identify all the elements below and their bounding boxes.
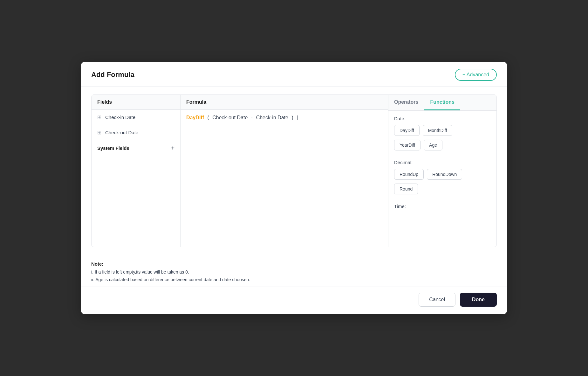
formula-field-checkout: Check-out Date (211, 115, 248, 121)
field-item-checkin[interactable]: ⊞ Check-in Date (92, 110, 180, 125)
system-fields-row[interactable]: System Fields + (92, 140, 180, 156)
fields-header: Fields (92, 95, 180, 110)
functions-scroll-area[interactable]: Date: DayDiff MonthDiff YearDiff Age Dec… (388, 111, 496, 247)
formula-field-checkin: Check-in Date (255, 115, 288, 121)
note-line-2: ii. Age is calculated based on differenc… (91, 276, 497, 284)
formula-cursor: | (297, 115, 298, 121)
formula-close-paren: ) (290, 115, 295, 121)
decimal-section-label: Decimal: (394, 160, 491, 165)
tab-functions[interactable]: Functions (424, 95, 460, 110)
formula-open-paren: ( (206, 115, 209, 121)
formula-function-name: DayDiff (186, 115, 204, 121)
date-section-label: Date: (394, 116, 491, 121)
func-btn-age[interactable]: Age (424, 140, 442, 150)
field-item-checkout[interactable]: ⊞ Check-out Date (92, 125, 180, 140)
advanced-button[interactable]: + Advanced (455, 69, 497, 81)
calendar-icon-checkout: ⊞ (97, 129, 101, 136)
calendar-icon-checkin: ⊞ (97, 114, 101, 120)
modal-body: Fields ⊞ Check-in Date ⊞ Check-out Date … (81, 87, 507, 255)
system-fields-label: System Fields (97, 145, 129, 151)
decimal-buttons-row: RoundUp RoundDown (394, 169, 491, 180)
tab-operators[interactable]: Operators (388, 95, 424, 110)
plus-icon: + (171, 145, 174, 151)
formula-header: Formula (181, 95, 388, 110)
date-decimal-divider (394, 155, 491, 155)
modal-title: Add Formula (91, 71, 134, 79)
decimal-time-divider (394, 199, 491, 199)
notes-section: Note: i. If a field is left empty,its va… (81, 255, 507, 287)
formula-minus-op: - (250, 115, 253, 121)
field-label-checkin: Check-in Date (105, 115, 135, 120)
func-btn-rounddown[interactable]: RoundDown (427, 169, 462, 180)
func-btn-monthdiff[interactable]: MonthDiff (423, 125, 453, 136)
note-label: Note: (91, 261, 497, 267)
functions-header-row: Operators Functions (388, 95, 496, 111)
date-buttons-row2: YearDiff Age (394, 140, 491, 150)
decimal-buttons-row2: Round (394, 184, 491, 194)
formula-text: DayDiff ( Check-out Date - Check-in Date… (186, 115, 382, 121)
field-label-checkout: Check-out Date (105, 130, 138, 135)
note-line-1: i. If a field is left empty,its value wi… (91, 268, 497, 276)
done-button[interactable]: Done (460, 293, 497, 307)
functions-inner: Date: DayDiff MonthDiff YearDiff Age Dec… (388, 111, 496, 247)
add-formula-modal: Add Formula + Advanced Fields ⊞ Check-in… (81, 62, 507, 315)
fields-column: Fields ⊞ Check-in Date ⊞ Check-out Date … (92, 95, 181, 247)
func-btn-roundup[interactable]: RoundUp (394, 169, 424, 180)
modal-header: Add Formula + Advanced (81, 62, 507, 87)
func-btn-daydiff[interactable]: DayDiff (394, 125, 420, 136)
formula-column: Formula DayDiff ( Check-out Date - Check… (181, 95, 388, 247)
functions-column: Operators Functions Date: DayDiff MonthD… (388, 95, 496, 247)
func-btn-round[interactable]: Round (394, 184, 418, 194)
date-buttons-row: DayDiff MonthDiff (394, 125, 491, 136)
time-section-label: Time: (394, 204, 491, 209)
formula-table: Fields ⊞ Check-in Date ⊞ Check-out Date … (91, 94, 497, 247)
note-text: i. If a field is left empty,its value wi… (91, 268, 497, 284)
func-btn-yeardiff[interactable]: YearDiff (394, 140, 420, 150)
modal-footer: Cancel Done (81, 287, 507, 314)
cancel-button[interactable]: Cancel (419, 293, 455, 307)
formula-content[interactable]: DayDiff ( Check-out Date - Check-in Date… (181, 110, 388, 247)
